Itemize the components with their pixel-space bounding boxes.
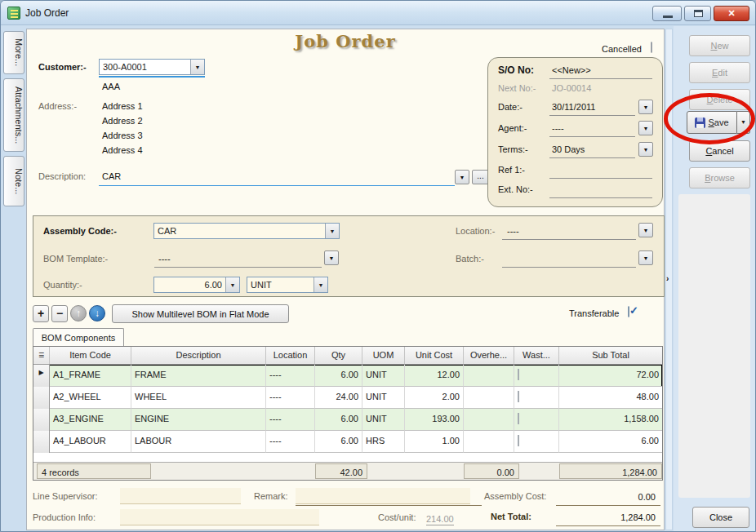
col-item-code[interactable]: Item Code — [50, 347, 131, 364]
close-button[interactable]: Close — [692, 507, 749, 528]
agent-value[interactable]: ---- — [552, 123, 564, 133]
location-dropdown-button[interactable]: ▼ — [638, 223, 653, 237]
cell-qty[interactable]: 6.00 — [315, 431, 362, 453]
tab-attachments[interactable]: Attachments... — [3, 78, 24, 152]
line-supervisor-input[interactable] — [120, 488, 241, 504]
cell-uom[interactable]: UNIT — [362, 365, 405, 387]
terms-dropdown-button[interactable]: ▼ — [638, 142, 653, 157]
col-qty[interactable]: Qty — [315, 347, 362, 364]
col-location[interactable]: Location — [266, 347, 315, 364]
wastage-checkbox[interactable] — [518, 369, 519, 380]
description-dropdown-button[interactable]: ▼ — [455, 170, 469, 184]
cell-description[interactable]: FRAME — [131, 365, 266, 387]
cell-item-code[interactable]: A3_ENGINE — [50, 409, 131, 431]
edit-button[interactable]: Edit — [689, 62, 750, 83]
tab-note[interactable]: Note... — [3, 156, 24, 206]
batch-underline[interactable] — [502, 267, 636, 268]
col-wastage[interactable]: Wast... — [514, 347, 559, 364]
customer-combo[interactable]: 300-A0001 ▼ — [99, 59, 205, 75]
cell-wastage[interactable] — [514, 387, 559, 409]
close-window-button[interactable]: ✕ — [714, 6, 749, 21]
cell-overhead[interactable] — [464, 365, 514, 387]
delete-button[interactable]: Delete — [689, 89, 750, 110]
cell-sub-total[interactable]: 1,158.00 — [559, 409, 662, 431]
table-row[interactable]: A3_ENGINE ENGINE ---- 6.00 UNIT 193.00 1… — [33, 409, 662, 431]
cell-overhead[interactable] — [464, 387, 514, 409]
cell-unit-cost[interactable]: 193.00 — [405, 409, 464, 431]
move-up-button[interactable]: ↑ — [70, 305, 87, 321]
cancel-button[interactable]: Cancel — [689, 140, 750, 162]
wastage-checkbox[interactable] — [518, 435, 519, 446]
remark-input[interactable] — [296, 488, 470, 504]
cancelled-checkbox[interactable] — [651, 42, 652, 53]
transferable-checkbox[interactable]: ✓ — [628, 306, 629, 317]
bom-template-dropdown-button[interactable]: ▼ — [324, 250, 339, 265]
location-value[interactable]: ---- — [507, 226, 519, 236]
col-overhead[interactable]: Overhe... — [464, 347, 514, 364]
cell-description[interactable]: ENGINE — [131, 409, 266, 431]
table-row[interactable]: A2_WHEEL WHEEL ---- 24.00 UNIT 2.00 48.0… — [33, 387, 662, 409]
quantity-combo[interactable]: 6.00 ▼ — [153, 277, 240, 293]
cell-uom[interactable]: UNIT — [362, 387, 405, 409]
cell-item-code[interactable]: A4_LABOUR — [50, 431, 131, 453]
table-row[interactable]: ▶ A1_FRAME FRAME ---- 6.00 UNIT 12.00 72… — [33, 365, 662, 387]
remove-row-button[interactable]: − — [51, 305, 68, 322]
browse-button[interactable]: Browse — [689, 167, 750, 188]
quantity-dropdown-icon[interactable]: ▼ — [225, 277, 239, 292]
uom-dropdown-icon[interactable]: ▼ — [314, 277, 327, 292]
cell-location[interactable]: ---- — [266, 431, 315, 453]
terms-value[interactable]: 30 Days — [552, 144, 585, 154]
cell-description[interactable]: WHEEL — [131, 387, 266, 409]
uom-combo[interactable]: UNIT ▼ — [247, 277, 328, 293]
grid-menu-icon[interactable]: ☰ — [33, 347, 50, 364]
uom-value[interactable]: UNIT — [247, 277, 314, 292]
customer-value[interactable]: 300-A0001 — [100, 60, 190, 74]
tab-bom-components[interactable]: BOM Components — [33, 328, 124, 347]
cell-location[interactable]: ---- — [266, 387, 315, 409]
cell-wastage[interactable] — [514, 409, 559, 431]
ref1-input-underline[interactable] — [549, 178, 652, 179]
cell-wastage[interactable] — [514, 365, 559, 387]
col-unit-cost[interactable]: Unit Cost — [405, 347, 464, 364]
col-sub-total[interactable]: Sub Total — [559, 347, 662, 364]
cell-item-code[interactable]: A2_WHEEL — [50, 387, 131, 409]
cell-uom[interactable]: UNIT — [362, 409, 405, 431]
ext-no-input-underline[interactable] — [549, 197, 652, 198]
bom-template-value[interactable]: ---- — [158, 254, 171, 264]
cell-unit-cost[interactable]: 12.00 — [405, 365, 464, 387]
cell-uom[interactable]: HRS — [362, 431, 405, 453]
assembly-code-value[interactable]: CAR — [154, 224, 325, 238]
cell-description[interactable]: LABOUR — [131, 431, 266, 453]
description-ellipsis-button[interactable]: ... — [472, 170, 489, 184]
cell-sub-total[interactable]: 48.00 — [559, 387, 662, 409]
save-button[interactable]: Save — [687, 111, 737, 134]
cell-location[interactable]: ---- — [266, 365, 315, 387]
assembly-code-combo[interactable]: CAR ▼ — [153, 223, 340, 239]
col-uom[interactable]: UOM — [362, 347, 405, 364]
add-row-button[interactable]: + — [33, 305, 49, 322]
cell-overhead[interactable] — [464, 409, 514, 431]
row-selector[interactable] — [33, 387, 50, 409]
assembly-code-dropdown-icon[interactable]: ▼ — [325, 224, 339, 238]
cell-item-code[interactable]: A1_FRAME — [50, 365, 131, 387]
date-dropdown-button[interactable]: ▼ — [638, 100, 653, 114]
new-button[interactable]: New — [689, 35, 750, 56]
cell-sub-total[interactable]: 72.00 — [559, 365, 662, 387]
minimize-button[interactable] — [652, 6, 682, 21]
agent-dropdown-button[interactable]: ▼ — [638, 121, 653, 135]
col-description[interactable]: Description — [131, 347, 266, 364]
date-value[interactable]: 30/11/2011 — [552, 102, 595, 112]
cell-qty[interactable]: 6.00 — [315, 365, 362, 387]
cell-overhead[interactable] — [464, 431, 514, 453]
batch-dropdown-button[interactable]: ▼ — [638, 250, 653, 265]
tab-more[interactable]: More... — [3, 31, 24, 74]
save-dropdown-button[interactable]: ▼ — [737, 111, 750, 134]
move-down-button[interactable]: ↓ — [89, 305, 105, 321]
cell-qty[interactable]: 24.00 — [315, 387, 362, 409]
production-info-input[interactable] — [120, 509, 319, 525]
flat-mode-button[interactable]: Show Multilevel BOM in Flat Mode — [112, 304, 289, 323]
cell-unit-cost[interactable]: 2.00 — [405, 387, 464, 409]
quantity-value[interactable]: 6.00 — [154, 277, 225, 292]
description-value[interactable]: CAR — [102, 171, 121, 181]
cell-unit-cost[interactable]: 1.00 — [405, 431, 464, 453]
